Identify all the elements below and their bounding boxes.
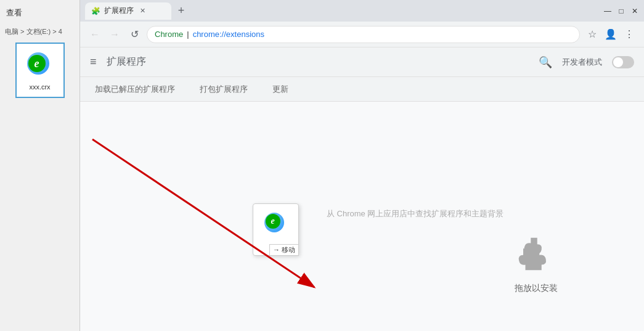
tab-icon: 🧩	[91, 7, 100, 15]
new-tab-button[interactable]: +	[173, 2, 190, 20]
dev-mode-toggle[interactable]	[612, 56, 634, 68]
view-label: 查看	[5, 5, 75, 21]
back-button[interactable]: ←	[88, 27, 102, 42]
tab-label: 扩展程序	[104, 6, 134, 16]
page-fold	[283, 208, 290, 215]
puzzle-icon	[515, 232, 558, 276]
url-protocol: Chrome	[155, 30, 183, 39]
url-bar[interactable]: Chrome | chrome://extensions	[147, 26, 580, 43]
extensions-toolbar: ≡ 扩展程序 🔍 开发者模式	[80, 47, 644, 77]
ext-menu-icon[interactable]: ≡	[90, 55, 97, 68]
bookmark-button[interactable]: ☆	[585, 27, 600, 42]
left-panel: 查看 电脑 > 文档(E:) > 4 e xxx.crx	[0, 0, 80, 331]
window-controls: — □ ✕	[603, 7, 639, 15]
dragging-file-icon-wrapper: e	[261, 208, 291, 242]
dragging-e: e	[266, 214, 280, 229]
ext-page-title: 扩展程序	[107, 55, 529, 68]
address-actions: ☆ 👤 ⋮	[585, 27, 637, 42]
close-button[interactable]: ✕	[630, 7, 639, 15]
toggle-knob	[613, 57, 623, 67]
ext-search-icon[interactable]: 🔍	[539, 55, 552, 69]
drop-label: 拖放以安装	[515, 283, 558, 294]
tab-bar: 🧩 扩展程序 ✕ +	[85, 2, 603, 20]
url-separator: |	[187, 30, 189, 39]
dev-mode-label: 开发者模式	[562, 57, 602, 68]
tab-close-button[interactable]: ✕	[137, 6, 147, 16]
dragging-file: e → 移动	[253, 203, 299, 256]
pack-extension-button[interactable]: 打包扩展程序	[195, 81, 253, 97]
reload-button[interactable]: ↺	[127, 27, 142, 42]
breadcrumb: 电脑 > 文档(E:) > 4	[5, 27, 75, 36]
ie-e-letter: e	[28, 55, 46, 72]
move-badge: → 移动	[269, 244, 299, 256]
menu-button[interactable]: ⋮	[622, 27, 637, 42]
minimize-button[interactable]: —	[603, 7, 612, 15]
title-bar: 🧩 扩展程序 ✕ + — □ ✕	[80, 0, 644, 22]
address-bar: ← → ↺ Chrome | chrome://extensions ☆ 👤 ⋮	[80, 22, 644, 47]
ext-main-area: 从 Chrome 网上应用店中查找扩展程序和主题背景 e → 移动	[80, 102, 644, 331]
maximize-button[interactable]: □	[617, 7, 626, 15]
file-name-label: xxx.crx	[29, 83, 50, 91]
load-unpacked-button[interactable]: 加载已解压的扩展程序	[90, 81, 180, 97]
drop-hint-text: 从 Chrome 网上应用店中查找扩展程序和主题背景	[327, 208, 503, 219]
drop-zone: 拖放以安装	[515, 232, 558, 294]
ext-action-bar: 加载已解压的扩展程序 打包扩展程序 更新	[80, 77, 644, 102]
crx-file-icon: e	[25, 50, 55, 81]
crx-file-item[interactable]: e xxx.crx	[15, 43, 65, 98]
forward-button[interactable]: →	[107, 27, 122, 42]
extensions-tab[interactable]: 🧩 扩展程序 ✕	[85, 2, 171, 20]
extensions-page: ≡ 扩展程序 🔍 开发者模式 加载已解压的扩展程序 打包扩展程序 更新 从 Ch…	[80, 47, 644, 331]
browser-window: 🧩 扩展程序 ✕ + — □ ✕ ← → ↺ Chrome | chrome:/…	[80, 0, 644, 331]
account-button[interactable]: 👤	[603, 27, 618, 42]
url-path: chrome://extensions	[193, 30, 264, 39]
update-button[interactable]: 更新	[267, 81, 293, 97]
